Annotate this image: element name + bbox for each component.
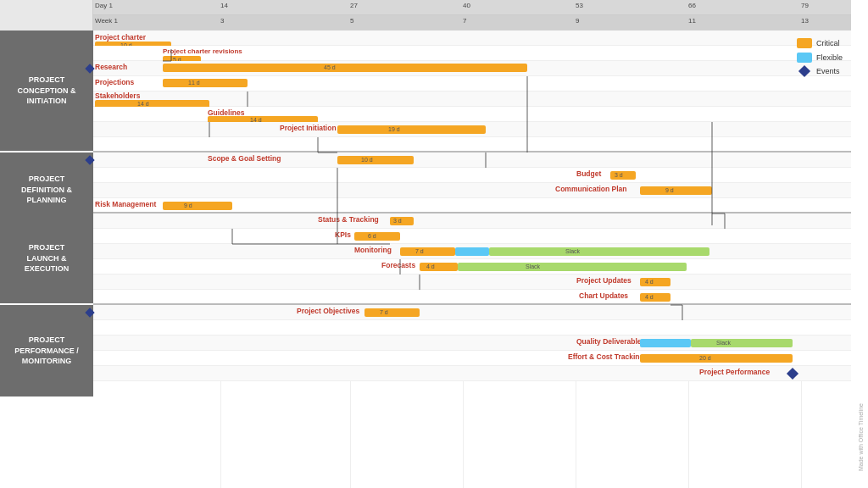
task-label-scope-goal: Scope & Goal Setting [208,154,281,163]
legend-critical: Critical [797,38,843,48]
task-label-project-performance: Project Performance [699,368,770,376]
row-monitoring: Monitoring 7 d Slack [93,244,851,259]
legend-events-label: Events [816,67,840,75]
task-label-kpis: KPIs [335,230,351,239]
day-label-66: 66 [688,2,696,9]
row-project-charter: Project charter 10 d [93,30,851,46]
task-label-project-objectives: Project Objectives [297,307,359,315]
bar-monitoring-critical: 7 d [400,247,455,256]
legend-flexible-label: Flexible [816,53,843,62]
bar-project-objectives: 7 d [364,308,420,317]
phase-conception-label: PROJECTCONCEPTION &INITIATION [0,30,93,152]
row-kpis: KPIs 6 d [93,229,851,244]
task-label-project-updates: Project Updates [576,276,632,285]
day-label-53: 53 [576,2,583,9]
task-label-comm-plan: Communication Plan [555,185,627,193]
row-perf-spacer1 [93,320,851,336]
task-label-charter-revisions: Project charter revisions [163,47,242,55]
legend-events: Events [797,67,843,75]
week-label-9: 9 [576,17,579,25]
week-label-5: 5 [350,17,353,25]
row-quality-deliverables: Quality Deliverables Slack [93,336,851,351]
bar-forecasts-slack: Slack [458,263,687,271]
task-label-status-tracking: Status & Tracking [318,215,379,224]
row-status-tracking: Status & Tracking 3 d [93,214,851,229]
row-effort-cost: Effort & Cost Tracking 20 d [93,351,851,366]
bar-comm-plan: 9 d [640,186,712,195]
row-guidelines: Guidelines 14 d [93,107,851,122]
task-label-quality-deliverables: Quality Deliverables [576,337,645,346]
bar-status-tracking: 3 d [390,217,414,225]
header-left [0,0,93,30]
week-label-13: 13 [801,17,809,25]
bar-scope-goal: 10 d [337,156,414,164]
bar-project-initiation: 19 d [337,125,486,134]
week-label-1: Week 1 [95,17,118,25]
task-label-effort-cost: Effort & Cost Tracking [568,352,644,361]
legend-critical-box [797,38,812,48]
week-label-7: 7 [463,17,466,25]
row-project-initiation: Project Initiation 19 d [93,122,851,137]
row-projections: Projections 11 d [93,76,851,92]
phase-performance-label: PROJECTPERFORMANCE /MONITORING [0,305,93,396]
row-comm-plan: Communication Plan 9 d [93,183,851,198]
legend-events-diamond [798,65,810,77]
task-label-research: Research [95,63,127,71]
bar-quality-deliverables-flex [640,339,691,347]
task-label-project-charter: Project charter [95,33,146,42]
legend-flexible-box [797,53,812,63]
day-label-1: Day 1 [95,2,113,9]
day-label-27: 27 [350,2,358,9]
day-label-40: 40 [463,2,470,9]
row-phase1-end [93,137,851,152]
bar-forecasts-critical: 4 d [420,263,458,271]
row-risk-mgmt: Risk Management 9 d [93,198,851,214]
bar-budget: 3 d [610,171,636,180]
gantt-container: Day 1 14 27 40 53 66 79 Week 1 3 5 7 9 1… [0,0,868,488]
phase-launch-label: PROJECTLAUNCH &EXECUTION [0,214,93,305]
task-label-monitoring: Monitoring [354,246,392,254]
bar-effort-cost: 20 d [640,354,793,363]
row-forecasts: Forecasts 4 d Slack [93,259,851,274]
bar-projections: 11 d [163,79,248,87]
row-project-objectives: Project Objectives 7 d [93,305,851,320]
timeline-header: Day 1 14 27 40 53 66 79 Week 1 3 5 7 9 1… [93,0,851,30]
week-label-11: 11 [688,17,696,25]
watermark-text: Made with Office Timeline [858,403,864,471]
row-scope-goal: Scope & Goal Setting 10 d [93,152,851,168]
bar-quality-deliverables-slack: Slack [691,339,793,347]
row-charter-revisions: Project charter revisions 5 d [93,46,851,61]
bar-chart-updates: 4 d [640,293,670,302]
task-label-projections: Projections [95,78,134,86]
task-label-chart-updates: Chart Updates [579,291,628,300]
legend: Critical Flexible Events [797,38,843,75]
legend-flexible: Flexible [797,53,843,63]
week-label-3: 3 [220,17,224,25]
bar-kpis: 6 d [354,232,400,241]
row-research: Research 45 d [93,61,851,76]
bar-risk-mgmt: 9 d [163,202,232,210]
row-project-updates: Project Updates 4 d [93,274,851,290]
watermark: Made with Office Timeline [858,403,864,471]
bar-monitoring-slack: Slack [489,247,709,256]
legend-critical-label: Critical [816,39,840,47]
row-project-performance: Project Performance [93,366,851,381]
day-label-79: 79 [801,2,809,9]
task-label-budget: Budget [576,169,601,178]
row-chart-updates: Chart Updates 4 d [93,290,851,305]
bar-project-updates: 4 d [640,278,670,286]
row-budget: Budget 3 d [93,168,851,183]
bar-research: 45 d [163,64,527,72]
diamond-project-performance [787,368,798,380]
bar-monitoring-flex [455,247,489,256]
task-label-forecasts: Forecasts [381,261,415,269]
row-stakeholders: Stakeholders 14 d [93,92,851,107]
task-label-stakeholders: Stakeholders [95,92,140,100]
task-label-risk-mgmt: Risk Management [95,200,156,208]
day-label-14: 14 [220,2,228,9]
task-label-project-initiation: Project Initiation [280,124,337,132]
